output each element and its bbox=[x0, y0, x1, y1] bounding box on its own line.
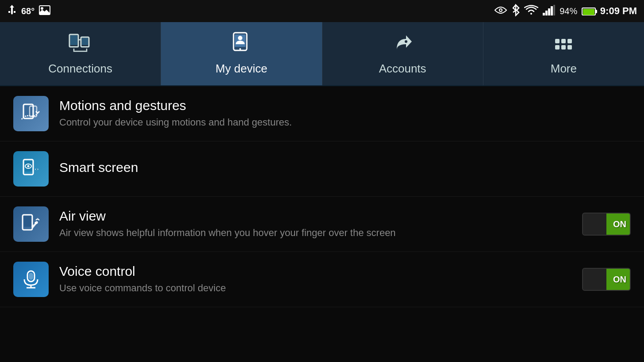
voice-control-text: Voice control Use voice commands to cont… bbox=[59, 264, 582, 295]
more-icon bbox=[552, 32, 576, 57]
list-item[interactable]: Smart screen bbox=[0, 141, 644, 197]
voice-control-title: Voice control bbox=[59, 264, 582, 279]
tab-my-device-label: My device bbox=[215, 62, 267, 76]
tab-accounts[interactable]: Accounts bbox=[322, 22, 483, 85]
svg-point-16 bbox=[238, 36, 242, 40]
connections-icon bbox=[68, 32, 92, 57]
svg-rect-23 bbox=[567, 45, 572, 50]
svg-rect-10 bbox=[70, 35, 77, 45]
motions-title: Motions and gestures bbox=[59, 98, 631, 113]
svg-point-3 bbox=[500, 9, 502, 11]
svg-rect-12 bbox=[82, 38, 88, 45]
list-item[interactable]: Voice control Use voice commands to cont… bbox=[0, 252, 644, 307]
svg-rect-18 bbox=[555, 39, 560, 43]
bluetooth-icon bbox=[512, 4, 520, 19]
battery-display: 94% bbox=[560, 6, 596, 16]
svg-rect-22 bbox=[561, 45, 566, 50]
voice-control-subtitle: Use voice commands to control device bbox=[59, 282, 582, 295]
voice-control-toggle-label: ON bbox=[613, 274, 626, 285]
air-view-text: Air view Air view shows helpful informat… bbox=[59, 209, 582, 240]
air-view-subtitle: Air view shows helpful information when … bbox=[59, 226, 582, 240]
svg-rect-7 bbox=[551, 6, 553, 15]
usb-icon bbox=[7, 4, 17, 19]
svg-rect-4 bbox=[543, 13, 545, 15]
gallery-icon bbox=[39, 5, 50, 17]
svg-rect-19 bbox=[561, 39, 566, 43]
svg-point-30 bbox=[27, 165, 30, 168]
svg-rect-25 bbox=[25, 106, 32, 115]
svg-rect-6 bbox=[548, 8, 550, 15]
status-time: 9:09 PM bbox=[600, 5, 637, 17]
svg-rect-8 bbox=[553, 5, 555, 15]
wifi-icon bbox=[524, 5, 538, 18]
air-view-toggle-label: ON bbox=[613, 219, 626, 229]
motions-text: Motions and gestures Control your device… bbox=[59, 98, 631, 130]
tab-connections[interactable]: Connections bbox=[0, 22, 161, 85]
svg-rect-5 bbox=[545, 11, 548, 15]
svg-rect-33 bbox=[24, 216, 31, 227]
svg-rect-20 bbox=[567, 39, 572, 43]
settings-content: Motions and gestures Control your device… bbox=[0, 86, 644, 362]
tab-my-device[interactable]: My device bbox=[161, 22, 322, 85]
air-view-title: Air view bbox=[59, 209, 582, 224]
svg-point-17 bbox=[405, 40, 407, 43]
tab-connections-label: Connections bbox=[48, 62, 112, 76]
smart-screen-text: Smart screen bbox=[59, 160, 631, 178]
eye-icon bbox=[494, 5, 507, 17]
list-item[interactable]: Air view Air view shows helpful informat… bbox=[0, 197, 644, 252]
tab-bar: Connections My device Accounts bbox=[0, 22, 644, 86]
air-view-toggle[interactable]: ON bbox=[582, 213, 631, 236]
signal-icon bbox=[543, 5, 555, 18]
svg-rect-21 bbox=[555, 45, 560, 50]
accounts-icon bbox=[391, 32, 415, 57]
svg-point-31 bbox=[36, 168, 38, 170]
temperature-display: 68° bbox=[21, 6, 34, 16]
svg-point-15 bbox=[239, 48, 241, 50]
status-bar-left: 68° bbox=[7, 4, 50, 19]
tab-more[interactable]: More bbox=[483, 22, 644, 85]
voice-control-toggle[interactable]: ON bbox=[582, 268, 631, 291]
smart-screen-icon bbox=[13, 151, 49, 187]
status-bar-right: 94% 9:09 PM bbox=[494, 4, 637, 19]
air-view-icon bbox=[13, 206, 49, 242]
tab-more-label: More bbox=[551, 62, 577, 76]
motions-icon bbox=[13, 96, 49, 131]
my-device-icon bbox=[229, 32, 253, 57]
motions-subtitle: Control your device using motions and ha… bbox=[59, 116, 631, 130]
status-bar: 68° bbox=[0, 0, 644, 22]
voice-control-icon bbox=[13, 262, 49, 297]
svg-rect-36 bbox=[29, 273, 33, 280]
list-item[interactable]: Motions and gestures Control your device… bbox=[0, 86, 644, 141]
smart-screen-title: Smart screen bbox=[59, 160, 631, 175]
svg-point-1 bbox=[41, 7, 43, 10]
tab-accounts-label: Accounts bbox=[379, 62, 426, 76]
